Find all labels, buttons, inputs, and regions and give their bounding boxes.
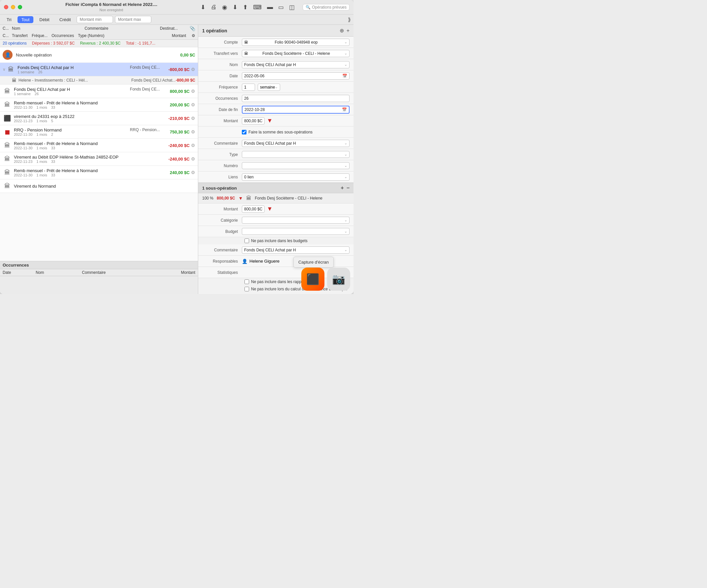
responsable-name: Helene Giguere xyxy=(249,258,279,264)
calculator-icon[interactable]: ⌨ xyxy=(253,4,262,11)
budget-input[interactable]: ⌄ xyxy=(242,228,349,235)
sous-op-actions[interactable]: + − xyxy=(341,185,349,191)
op-row-7[interactable]: 🏛 Virement au Débit EOP Hélène St-Mathia… xyxy=(0,152,198,166)
credit-button[interactable]: Crédit xyxy=(56,16,75,23)
detail-expand-icon[interactable]: ⊕ xyxy=(340,27,344,34)
title-area: Fichier iCompta 6 Normand et Helene 2022… xyxy=(22,2,201,12)
upload-icon[interactable]: ⬆ xyxy=(243,4,248,11)
sub-montant-input[interactable]: 800,00 $C xyxy=(242,205,265,213)
view1-icon[interactable]: ▬ xyxy=(267,4,273,10)
tri-button[interactable]: Tri xyxy=(3,16,15,23)
categorie-input[interactable]: ⌄ xyxy=(242,217,349,223)
minimize-button[interactable] xyxy=(11,5,15,9)
op-row-5[interactable]: ◼ RRQ - Pension Normand RRQ - Pension...… xyxy=(0,125,198,138)
column-headers: C... Nom Commentaire Destinat... 📎 C... … xyxy=(0,25,198,40)
search-bar[interactable]: 🔍 Opérations prévues xyxy=(303,4,349,10)
occ-input[interactable]: 26 xyxy=(242,95,349,102)
op-gear-5[interactable]: ⚙ xyxy=(191,129,195,134)
op-row-8[interactable]: 🏛 Remb mensuel - Prêt de Helene à Norman… xyxy=(0,166,198,179)
op-row-2[interactable]: 🏛 Fonds Desj CELI Achat par H Fonds Desj… xyxy=(0,84,198,98)
no-budget-checkbox[interactable] xyxy=(244,239,249,243)
montant-input[interactable]: 800,00 $C xyxy=(242,117,265,125)
op-amount-4: -210,00 $C xyxy=(160,116,190,121)
app-icon-2[interactable]: 📷 xyxy=(327,268,350,291)
commentaire-input[interactable]: Fonds Desj CELI Achat par H ⌄ xyxy=(242,140,349,147)
detail-header: 1 opération ⊕ + xyxy=(198,25,354,37)
sous-op-add-icon[interactable]: + xyxy=(341,185,344,191)
numero-input[interactable]: ⌄ xyxy=(242,162,349,169)
tout-button[interactable]: Tout xyxy=(18,16,34,23)
op-gear-2[interactable]: ⚙ xyxy=(191,89,195,94)
montant-value-container: 800,00 $C ▼ xyxy=(242,117,349,125)
close-button[interactable] xyxy=(4,5,8,9)
new-operation-row[interactable]: 👤 Nouvelle opération 0,00 $C xyxy=(0,47,198,63)
view2-icon[interactable]: ▭ xyxy=(278,4,284,11)
faire-somme-label: Faire la somme des sous-opérations xyxy=(248,130,312,134)
op-dest-1: Fonds Desj CE... xyxy=(130,65,160,70)
window-controls[interactable] xyxy=(4,5,22,9)
titlebar-icons[interactable]: ⬇ 🖨 ◉ ⬇ ⬆ ⌨ ▬ ▭ ◫ 🔍 Opérations prévues xyxy=(201,4,349,11)
sub-row-1[interactable]: 🏛 Helene - Investissements : CELI - Hél.… xyxy=(0,76,198,84)
compte-input[interactable]: 🏛 Folio 90040-048948 eop ⌄ xyxy=(242,39,349,46)
op-gear-7[interactable]: ⚙ xyxy=(191,156,195,162)
freq-unit-select[interactable]: semaine ⌄ xyxy=(258,83,280,91)
faire-somme-checkbox[interactable] xyxy=(242,130,246,134)
amount-direction-icon[interactable]: ▼ xyxy=(267,117,273,124)
filter-expand-icon[interactable]: ⟫ xyxy=(348,16,351,23)
op-gear-3[interactable]: ⚙ xyxy=(191,102,195,107)
calendar-icon[interactable]: 📅 xyxy=(342,74,347,78)
montant-min-input[interactable] xyxy=(77,16,113,23)
new-op-amount: 0,00 $C xyxy=(180,53,195,58)
detail-actions[interactable]: ⊕ + xyxy=(340,27,349,34)
nom-input[interactable]: Fonds Desj CELI Achat par H ⌄ xyxy=(242,61,349,68)
sub-commentaire-input[interactable]: Fonds Desj CELI Achat par H ⌄ xyxy=(242,246,349,254)
sub-op-arrow-icon: ▼ xyxy=(238,196,243,201)
right-panel: 1 opération ⊕ + Compte 🏛 Folio 90040-048… xyxy=(198,25,354,294)
op-row-3[interactable]: 🏛 Remb mensuel - Prêt de Helene à Norman… xyxy=(0,98,198,111)
nom-value-container: Fonds Desj CELI Achat par H ⌄ xyxy=(242,61,349,68)
responsables-label: Responsables xyxy=(202,259,242,264)
sub-commentaire-arrow: ⌄ xyxy=(344,248,347,252)
print-icon[interactable]: 🖨 xyxy=(211,4,217,10)
download2-icon[interactable]: ⬇ xyxy=(233,4,238,11)
sous-op-section-header: 1 sous-opération + − xyxy=(198,183,354,193)
date-fin-label: Date de fin xyxy=(202,107,242,112)
download-icon[interactable]: ⬇ xyxy=(201,4,205,11)
stat2-checkbox[interactable] xyxy=(244,287,249,291)
sync-icon[interactable]: ◉ xyxy=(222,4,227,11)
app-icon-1[interactable]: ⬛ xyxy=(301,268,325,291)
op-gear-8[interactable]: ⚙ xyxy=(191,170,195,175)
date-fin-calendar-icon[interactable]: 📅 xyxy=(342,107,347,112)
occ-row: Occurrences 26 xyxy=(198,93,354,104)
sous-op-remove-icon[interactable]: − xyxy=(346,185,349,191)
sub-amount-direction-icon[interactable]: ▼ xyxy=(267,205,273,212)
freq-num-input[interactable]: 1 xyxy=(242,83,255,91)
liens-input[interactable]: 0 lien ⌄ xyxy=(242,173,349,181)
transfert-bank-icon: 🏛 xyxy=(244,51,248,56)
montant-max-input[interactable] xyxy=(115,16,151,23)
op-gear-6[interactable]: ⚙ xyxy=(191,143,195,148)
transfert-input[interactable]: 🏛 Fonds Desj Sociéterre - CELI - Helene … xyxy=(242,50,349,57)
date-input[interactable]: 2022-05-06 📅 xyxy=(242,72,349,80)
chevron-icon[interactable]: ∨ xyxy=(3,67,6,72)
detail-add-icon[interactable]: + xyxy=(346,28,349,34)
op-row-4[interactable]: ⬛ virement du 24331 eop à 25122 2022-11-… xyxy=(0,112,198,125)
type-input[interactable]: ⌄ xyxy=(242,151,349,158)
op-gear-1[interactable]: ⚙ xyxy=(191,67,195,72)
op-main-6: Remb mensuel - Prêt de Helene à Normand … xyxy=(14,141,160,150)
date-fin-input[interactable]: 2022-10-28 📅 xyxy=(242,106,349,114)
no-budget-row: Ne pas inclure dans les budgets xyxy=(198,237,354,244)
op-row-1[interactable]: ∨ 🏛 Fonds Desj CELI Achat par H Fonds De… xyxy=(0,63,198,76)
fullscreen-button[interactable] xyxy=(18,5,22,9)
stat1-checkbox[interactable] xyxy=(244,279,249,284)
debit-button[interactable]: Débit xyxy=(35,16,53,23)
budget-row: Budget ⌄ xyxy=(198,226,354,237)
faire-somme-row: Faire la somme des sous-opérations xyxy=(198,127,354,138)
settings-icon[interactable]: ⚙ xyxy=(192,33,195,38)
op-row-9[interactable]: 🏛 Virement du Normand xyxy=(0,179,198,193)
view3-icon[interactable]: ◫ xyxy=(289,4,295,11)
sub-montant-inner: 800,00 $C ▼ xyxy=(242,205,273,213)
op-row-6[interactable]: 🏛 Remb mensuel - Prêt de Helene à Norman… xyxy=(0,139,198,152)
op-gear-4[interactable]: ⚙ xyxy=(191,116,195,121)
type-value-container: ⌄ xyxy=(242,151,349,158)
